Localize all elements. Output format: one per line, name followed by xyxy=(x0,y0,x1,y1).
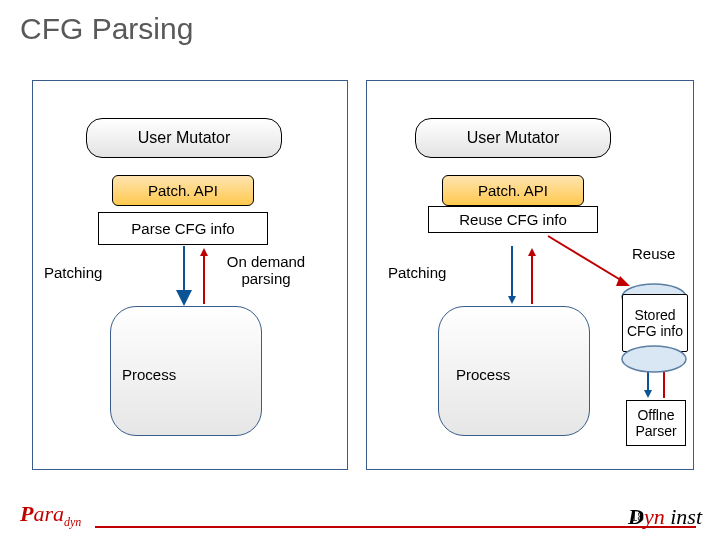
arrow-right-up xyxy=(520,246,544,308)
right-patching-label: Patching xyxy=(388,264,446,281)
dyninst-logo: Dyn inst xyxy=(628,504,702,530)
right-user-mutator-box: User Mutator xyxy=(415,118,611,158)
page-title: CFG Parsing xyxy=(20,12,193,46)
left-process-label: Process xyxy=(122,366,176,383)
right-reuse-cfg-box: Reuse CFG info xyxy=(428,206,598,233)
paradyn-logo: Paradyn xyxy=(20,501,81,530)
reuse-label: Reuse xyxy=(632,245,675,262)
right-process-label: Process xyxy=(456,366,510,383)
left-patchapi-box: Patch. API xyxy=(112,175,254,206)
footer-divider xyxy=(95,526,696,528)
left-parse-cfg-box: Parse CFG info xyxy=(98,212,268,245)
right-patchapi-box: Patch. API xyxy=(442,175,584,206)
svg-point-8 xyxy=(622,346,686,372)
left-user-mutator-box: User Mutator xyxy=(86,118,282,158)
arrow-left-up xyxy=(192,246,216,308)
stored-cfg-label: Stored CFG info xyxy=(623,307,687,339)
offline-parser-label: Offlne Parser xyxy=(627,407,685,439)
svg-line-4 xyxy=(548,236,624,282)
cylinder-bottom-icon xyxy=(620,340,688,378)
on-demand-parsing-label: On demand parsing xyxy=(211,253,321,288)
left-patching-label: Patching xyxy=(44,264,102,281)
offline-parser-box: Offlne Parser xyxy=(626,400,686,446)
